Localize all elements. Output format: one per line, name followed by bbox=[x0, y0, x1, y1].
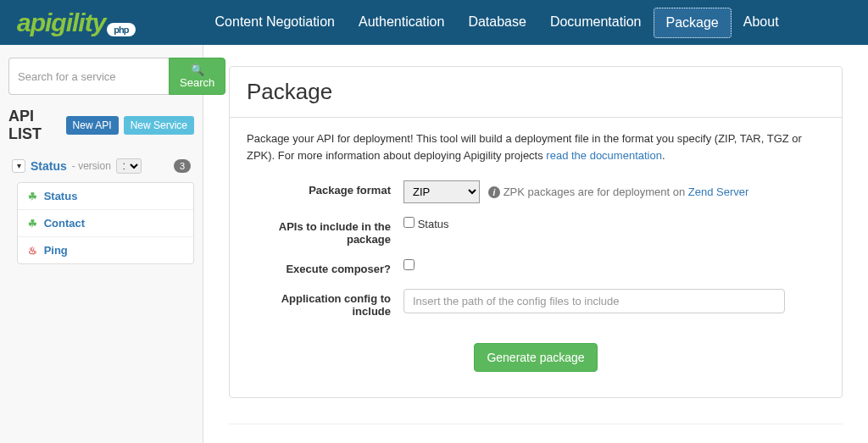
composer-label: Execute composer? bbox=[247, 259, 403, 275]
search-input[interactable] bbox=[8, 58, 169, 95]
nav-documentation[interactable]: Documentation bbox=[538, 8, 654, 38]
service-list: ☘ Status ☘ Contact ♨ Ping bbox=[17, 182, 194, 264]
service-item-label: Status bbox=[44, 190, 78, 202]
api-checkbox-status[interactable] bbox=[403, 217, 415, 228]
sidebar: 🔍 Search API LIST New API New Service ▾ … bbox=[0, 45, 203, 443]
read-docs-link[interactable]: read the documentation bbox=[546, 149, 662, 162]
header-bar: apigility php Content Negotiation Authen… bbox=[0, 0, 868, 45]
apis-include-label: APIs to include in the package bbox=[247, 217, 403, 246]
service-item-status[interactable]: ☘ Status bbox=[18, 183, 193, 210]
api-service-count-badge: 3 bbox=[174, 159, 191, 173]
logo[interactable]: apigility php bbox=[17, 8, 136, 37]
api-name-link[interactable]: Status bbox=[31, 159, 67, 173]
zend-server-link[interactable]: Zend Server bbox=[688, 186, 749, 198]
new-api-button[interactable]: New API bbox=[66, 116, 119, 135]
main-nav: Content Negotiation Authentication Datab… bbox=[203, 8, 791, 38]
app-config-input[interactable] bbox=[403, 289, 785, 313]
api-version-select[interactable]: 1 bbox=[116, 158, 142, 174]
nav-authentication[interactable]: Authentication bbox=[347, 8, 456, 38]
nav-content-negotiation[interactable]: Content Negotiation bbox=[203, 8, 347, 38]
app-config-label: Application config to include bbox=[247, 289, 403, 318]
pkg-format-help: i ZPK packages are for deployment on Zen… bbox=[488, 186, 748, 199]
footer: © 2013 - 2015 by Zend Technologies Ltd F… bbox=[229, 424, 843, 443]
api-version-label: - version bbox=[72, 160, 111, 172]
leaf-icon: ☘ bbox=[28, 218, 37, 230]
api-list-title: API LIST bbox=[8, 108, 61, 143]
service-item-contact[interactable]: ☘ Contact bbox=[18, 210, 193, 237]
api-checkbox-label: Status bbox=[418, 218, 449, 230]
leaf-icon: ☘ bbox=[28, 191, 37, 202]
pkg-format-select[interactable]: ZIP bbox=[403, 180, 480, 203]
intro-text: Package your API for deployment! This to… bbox=[247, 130, 825, 163]
chevron-down-icon[interactable]: ▾ bbox=[12, 159, 25, 173]
composer-checkbox[interactable] bbox=[403, 259, 415, 270]
logo-php-badge: php bbox=[107, 23, 135, 36]
nav-about[interactable]: About bbox=[732, 8, 791, 38]
page-title: Package bbox=[230, 67, 842, 118]
nav-package[interactable]: Package bbox=[654, 8, 732, 38]
logo-text: apigility bbox=[17, 8, 105, 37]
main-content: Package Package your API for deployment!… bbox=[203, 45, 868, 443]
pkg-format-label: Package format bbox=[247, 180, 403, 197]
service-item-label: Contact bbox=[44, 217, 85, 230]
generate-package-button[interactable]: Generate package bbox=[474, 343, 597, 372]
service-item-label: Ping bbox=[44, 244, 68, 257]
fire-icon: ♨ bbox=[28, 245, 37, 257]
service-item-ping[interactable]: ♨ Ping bbox=[18, 237, 193, 263]
api-checkbox-status-wrapper[interactable]: Status bbox=[403, 217, 448, 230]
nav-database[interactable]: Database bbox=[456, 8, 538, 38]
new-service-button[interactable]: New Service bbox=[124, 116, 194, 135]
package-panel: Package Package your API for deployment!… bbox=[229, 66, 843, 398]
search-icon: 🔍 bbox=[191, 64, 204, 76]
api-row: ▾ Status - version 1 3 bbox=[8, 153, 194, 179]
info-icon: i bbox=[488, 186, 500, 198]
